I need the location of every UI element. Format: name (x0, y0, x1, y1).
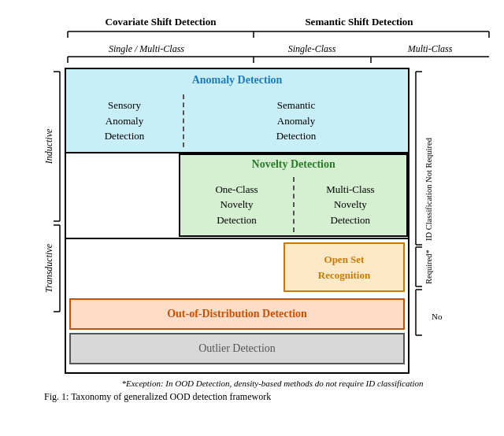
bottom-spacer (66, 368, 408, 372)
svg-text:Single / Multi-Class: Single / Multi-Class (109, 43, 184, 54)
open-set-block: Open SetRecognition (284, 242, 405, 292)
svg-text:Inductive: Inductive (44, 128, 54, 164)
outlier-title: Outlier Detection (76, 342, 398, 355)
right-bracket-svg: ID Classification Not Required Required*… (410, 68, 480, 359)
ood-left (66, 239, 284, 295)
outlier-block: Outlier Detection (69, 333, 405, 364)
ood-row: Open SetRecognition (66, 238, 408, 295)
semantic-anomaly-cell: SemanticAnomalyDetection (184, 90, 408, 152)
novelty-empty-left (66, 153, 179, 238)
anomaly-block: Anomaly Detection SensoryAnomalyDetectio… (66, 69, 408, 153)
multi-class-novelty-cell: Multi-ClassNoveltyDetection (295, 174, 406, 236)
figure-caption: Fig. 1: Taxonomy of generalized OOD dete… (44, 391, 480, 403)
novelty-block: Novelty Detection One-ClassNoveltyDetect… (179, 153, 408, 238)
svg-text:Multi-Class: Multi-Class (407, 43, 453, 54)
svg-text:Single-Class: Single-Class (288, 43, 336, 54)
svg-text:Transductive: Transductive (44, 243, 54, 293)
ood-block: Out-of-Distribution Detection (69, 298, 405, 330)
svg-text:Covariate Shift Detection: Covariate Shift Detection (106, 16, 217, 28)
sensory-anomaly-cell: SensoryAnomalyDetection (66, 90, 183, 152)
novelty-title: Novelty Detection (180, 155, 406, 174)
anomaly-title: Anomaly Detection (66, 69, 408, 90)
novelty-row: Novelty Detection One-ClassNoveltyDetect… (66, 153, 408, 238)
open-set-title: Open SetRecognition (290, 252, 398, 283)
svg-text:ID Classification Not Required: ID Classification Not Required (424, 137, 433, 241)
one-class-novelty-cell: One-ClassNoveltyDetection (180, 174, 292, 236)
main-content-box: Anomaly Detection SensoryAnomalyDetectio… (65, 68, 410, 374)
left-bracket-svg: Inductive Transductive (44, 68, 65, 359)
ood-title: Out-of-Distribution Detection (76, 308, 398, 320)
svg-text:No: No (432, 312, 443, 321)
svg-text:Semantic Shift Detection: Semantic Shift Detection (305, 16, 413, 28)
page: Covariate Shift Detection Semantic Shift… (0, 0, 504, 411)
svg-text:Required*: Required* (424, 249, 433, 284)
footer-note: *Exception: In OOD Detection, density-ba… (65, 379, 480, 388)
top-brackets-svg: Covariate Shift Detection Semantic Shift… (44, 14, 504, 68)
